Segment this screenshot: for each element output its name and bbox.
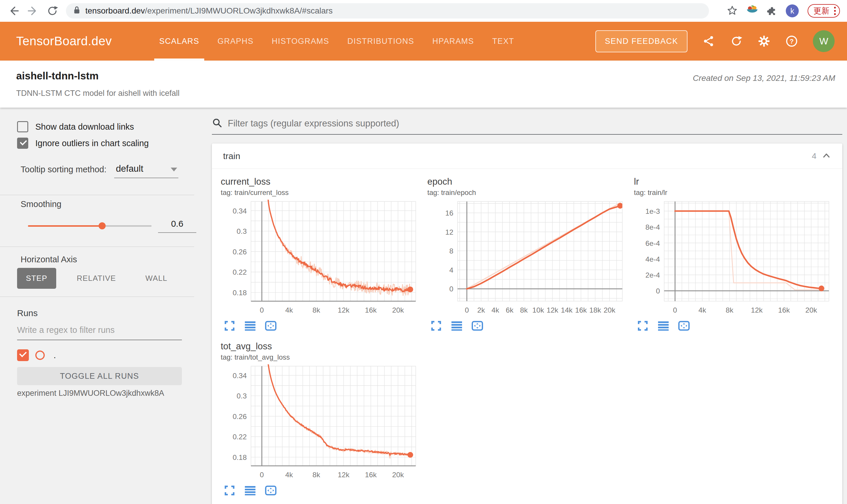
fit-to-box-icon[interactable]: [265, 321, 277, 331]
runs-label: Runs: [17, 308, 38, 318]
extensions-puzzle-icon[interactable]: [767, 5, 777, 16]
svg-text:?: ?: [790, 38, 794, 45]
section-title: train: [223, 151, 240, 161]
svg-text:16k: 16k: [778, 306, 790, 314]
user-avatar[interactable]: W: [813, 30, 835, 52]
fit-to-box-icon[interactable]: [265, 485, 277, 496]
address-bar[interactable]: tensorboard.dev/experiment/LJI9MWUORLOw3…: [66, 3, 709, 19]
tab-graphs[interactable]: GRAPHS: [208, 22, 262, 60]
experiment-info-bar: aishell-tdnn-lstm TDNN-LSTM CTC model fo…: [0, 60, 847, 108]
lock-icon[interactable]: [73, 6, 81, 16]
svg-text:0.22: 0.22: [232, 268, 247, 276]
bookmark-star-icon[interactable]: [727, 5, 738, 17]
axis-option-step[interactable]: STEP: [17, 268, 56, 289]
svg-text:20k: 20k: [806, 306, 817, 314]
experiment-title: aishell-tdnn-lstm: [16, 70, 99, 82]
svg-text:20k: 20k: [604, 306, 616, 314]
svg-text:2k: 2k: [477, 306, 485, 314]
svg-text:4k: 4k: [285, 306, 293, 314]
browser-back-icon[interactable]: [8, 5, 19, 17]
svg-text:0.26: 0.26: [232, 413, 247, 420]
toggle-all-runs-button[interactable]: TOGGLE ALL RUNS: [17, 367, 182, 385]
svg-text:12k: 12k: [751, 306, 763, 314]
app-logo: TensorBoard.dev: [16, 34, 112, 48]
runs-filter-input[interactable]: Write a regex to filter runs: [17, 325, 182, 340]
tab-distributions[interactable]: DISTRIBUTIONS: [338, 22, 423, 60]
svg-text:16: 16: [445, 209, 453, 217]
extension-bowl-icon[interactable]: [746, 4, 758, 17]
fit-to-box-icon[interactable]: [471, 321, 483, 331]
experiment-id-label: experiment LJI9MWUORLOw3jkdhxwk8A: [17, 389, 164, 398]
collapse-chevron-icon[interactable]: [822, 152, 831, 161]
share-icon[interactable]: [702, 35, 715, 48]
svg-text:8k: 8k: [313, 306, 321, 314]
svg-text:0: 0: [673, 306, 677, 314]
ignore-outliers-row[interactable]: Ignore outliers in chart scaling: [17, 138, 149, 149]
svg-text:10k: 10k: [532, 306, 544, 314]
browser-profile-avatar[interactable]: k: [786, 4, 799, 17]
fit-to-box-icon[interactable]: [678, 321, 690, 331]
help-icon[interactable]: ?: [785, 35, 798, 48]
svg-text:14k: 14k: [561, 306, 573, 314]
svg-text:0: 0: [656, 287, 660, 295]
expand-chart-icon[interactable]: [637, 321, 649, 331]
slider-thumb[interactable]: [99, 222, 106, 229]
expand-chart-icon[interactable]: [430, 321, 442, 331]
tooltip-sorting-select[interactable]: default: [114, 163, 178, 178]
chart-tag: tag: train/current_loss: [221, 188, 420, 197]
flush-lines-icon[interactable]: [244, 485, 256, 496]
flush-lines-icon[interactable]: [244, 321, 256, 331]
tab-text[interactable]: TEXT: [483, 22, 523, 60]
experiment-description: TDNN-LSTM CTC model for aishell with ice…: [16, 89, 179, 98]
show-download-links-checkbox[interactable]: [17, 121, 28, 132]
settings-gear-icon[interactable]: [758, 35, 771, 48]
reload-data-icon[interactable]: [730, 35, 743, 48]
chart-tag: tag: train/epoch: [427, 188, 627, 197]
flush-lines-icon[interactable]: [657, 321, 669, 331]
chart-tag: tag: train/lr: [634, 188, 833, 197]
svg-text:8: 8: [449, 247, 453, 255]
show-download-links-row[interactable]: Show data download links: [17, 121, 134, 132]
horizontal-axis-label: Horizontal Axis: [21, 255, 77, 264]
svg-text:0.34: 0.34: [232, 372, 247, 380]
run-color-swatch: [35, 350, 45, 360]
svg-text:12: 12: [445, 228, 453, 236]
search-icon: [212, 118, 223, 129]
tab-scalars[interactable]: SCALARS: [150, 22, 208, 60]
svg-text:12k: 12k: [338, 306, 350, 314]
chart-tag: tag: train/tot_avg_loss: [221, 353, 420, 361]
chart-plot[interactable]: 04k8k12k16k20k02e-44e-46e-48e-41e-3: [634, 199, 833, 320]
send-feedback-button[interactable]: SEND FEEDBACK: [595, 30, 688, 52]
chart-plot[interactable]: 04k8k12k16k20k0.180.220.260.30.34: [221, 364, 420, 485]
svg-text:12k: 12k: [547, 306, 558, 314]
chrome-update-button[interactable]: 更新: [808, 4, 840, 18]
experiment-created-date: Created on Sep 13, 2021, 11:59:23 AM: [693, 73, 835, 83]
ignore-outliers-checkbox[interactable]: [17, 138, 28, 149]
browser-refresh-icon[interactable]: [47, 5, 58, 17]
flush-lines-icon[interactable]: [451, 321, 463, 331]
run-name: .: [54, 350, 56, 360]
expand-chart-icon[interactable]: [224, 321, 236, 331]
smoothing-value[interactable]: 0.6: [158, 219, 196, 233]
chart-plot[interactable]: 02k4k6k8k10k12k14k16k18k20k0481216: [427, 199, 627, 320]
axis-option-relative[interactable]: RELATIVE: [68, 268, 125, 289]
tab-histograms[interactable]: HISTOGRAMS: [262, 22, 338, 60]
smoothing-slider[interactable]: [28, 225, 152, 227]
svg-text:4k: 4k: [285, 471, 293, 479]
filter-tags-input[interactable]: Filter tags (regular expressions support…: [212, 118, 842, 135]
run-checkbox[interactable]: [17, 349, 29, 361]
svg-text:16k: 16k: [365, 471, 377, 479]
expand-chart-icon[interactable]: [224, 485, 236, 496]
svg-text:0.22: 0.22: [232, 433, 247, 441]
axis-option-wall[interactable]: WALL: [137, 268, 176, 289]
tab-hparams[interactable]: HPARAMS: [423, 22, 483, 60]
scalars-dashboard: Filter tags (regular expressions support…: [196, 108, 847, 504]
browser-forward-icon[interactable]: [27, 5, 39, 17]
chart-plot[interactable]: 04k8k12k16k20k0.180.220.260.30.34: [221, 199, 420, 320]
run-row[interactable]: .: [17, 349, 56, 361]
section-chart-count: 4: [812, 151, 816, 161]
scalar-chart-tot_avg_loss: tot_avg_loss tag: train/tot_avg_loss 04k…: [221, 341, 420, 496]
train-section-header[interactable]: train 4: [212, 144, 842, 169]
svg-text:0: 0: [465, 306, 469, 314]
more-vert-icon[interactable]: [833, 6, 836, 16]
